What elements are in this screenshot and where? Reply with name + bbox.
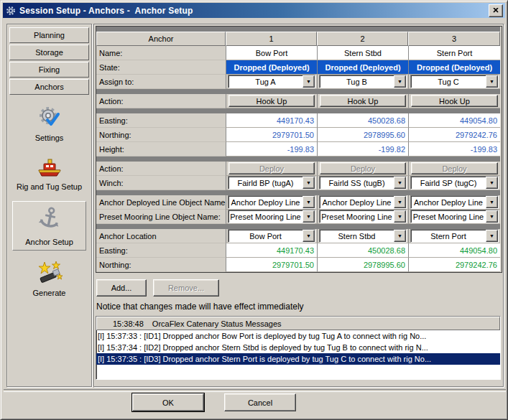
- chevron-down-icon[interactable]: ▼: [303, 210, 315, 223]
- hook-up-button-1[interactable]: Hook Up: [228, 95, 315, 107]
- sidebar-tab-planning[interactable]: Planning: [9, 27, 89, 43]
- name-value-1[interactable]: Bow Port: [226, 46, 317, 60]
- chevron-down-icon[interactable]: ▼: [486, 75, 498, 88]
- chevron-down-icon[interactable]: ▼: [394, 75, 406, 88]
- winch-select-1[interactable]: Fairld BP (tugA) ▼: [228, 176, 315, 190]
- easting-current-2[interactable]: 450028.68: [317, 113, 408, 128]
- northing-target-2[interactable]: 2978995.60: [317, 258, 408, 272]
- window-title: Session Setup - Anchors - Anchor Setup: [19, 6, 193, 16]
- status-header: 15:38:48 OrcaFlex Catenary Status Messag…: [96, 317, 500, 330]
- chevron-down-icon[interactable]: ▼: [394, 210, 406, 223]
- location-select-3[interactable]: Stern Port ▼: [410, 229, 499, 243]
- northing-current-2[interactable]: 2978995.60: [317, 128, 408, 142]
- hookup-cell-1: Hook Up: [226, 94, 317, 108]
- chevron-down-icon[interactable]: ▼: [394, 196, 406, 208]
- tab-label: Fixing: [39, 65, 60, 74]
- chevron-down-icon[interactable]: ▼: [303, 75, 315, 88]
- deploy-cell-3: Deploy: [408, 162, 500, 176]
- chevron-down-icon[interactable]: ▼: [303, 196, 315, 208]
- northing-current-3[interactable]: 2979242.76: [408, 128, 500, 142]
- state-value-1: Dropped (Deployed): [226, 60, 317, 75]
- generate-stars-icon: [36, 261, 63, 286]
- combo-value: Preset Mooring Line: [320, 210, 394, 223]
- tugboat-icon: [36, 156, 63, 180]
- cancel-button[interactable]: Cancel: [224, 393, 296, 411]
- status-message-row-selected[interactable]: [I] 15:37:35 : [ID3] Dropped anchor Ster…: [96, 353, 500, 365]
- deploy-cell-2: Deploy: [317, 162, 408, 176]
- assign-to-select-3[interactable]: Tug C ▼: [410, 75, 499, 88]
- northing-target-1[interactable]: 2979701.50: [226, 258, 317, 272]
- sidebar-item-settings[interactable]: Settings: [12, 102, 86, 146]
- column-header-3: 3: [408, 32, 500, 46]
- chevron-down-icon[interactable]: ▼: [486, 210, 498, 223]
- sidebar-item-anchor-setup[interactable]: Anchor Setup: [12, 201, 86, 251]
- easting-current-1[interactable]: 449170.43: [226, 113, 317, 128]
- state-value-3: Dropped (Deployed): [408, 60, 500, 75]
- titlebar[interactable]: Session Setup - Anchors - Anchor Setup: [3, 3, 505, 18]
- winch-select-2[interactable]: Fairld SS (tugB) ▼: [319, 176, 407, 190]
- combo-value: Tug A: [228, 75, 303, 88]
- combo-value: Bow Port: [228, 230, 303, 242]
- chevron-down-icon[interactable]: ▼: [486, 196, 498, 208]
- height-3[interactable]: -199.83: [408, 142, 500, 157]
- easting-target-1[interactable]: 449170.43: [226, 243, 317, 258]
- sidebar-tools: Settings Rig and Tug Setup: [7, 102, 91, 301]
- hook-up-button-3[interactable]: Hook Up: [411, 95, 498, 107]
- chevron-down-icon[interactable]: ▼: [303, 177, 315, 189]
- height-2[interactable]: -199.82: [317, 142, 408, 157]
- sidebar-item-generate[interactable]: Generate: [12, 257, 86, 301]
- combo-value: Anchor Deploy Line: [411, 196, 486, 208]
- row-label-assign-to: Assign to:: [96, 75, 226, 89]
- name-value-2[interactable]: Stern Stbd: [317, 46, 408, 60]
- easting-current-3[interactable]: 449054.80: [408, 113, 500, 128]
- chevron-down-icon[interactable]: ▼: [394, 177, 406, 189]
- sidebar-tab-storage[interactable]: Storage: [9, 45, 89, 60]
- status-message-row[interactable]: [I] 15:37:34 : [ID2] Dropped anchor Ster…: [96, 342, 500, 353]
- sidebar-item-label: Settings: [35, 134, 64, 142]
- deployed-line-select-1[interactable]: Anchor Deploy Line ▼: [228, 195, 315, 209]
- close-icon: [493, 8, 499, 13]
- northing-target-3[interactable]: 2979242.76: [408, 258, 500, 272]
- status-message-row[interactable]: [I] 15:37:33 : [ID1] Dropped anchor Bow …: [96, 330, 500, 342]
- chevron-down-icon[interactable]: ▼: [303, 230, 315, 242]
- chevron-down-icon[interactable]: ▼: [486, 230, 498, 242]
- status-message-box[interactable]: 15:38:48 OrcaFlex Catenary Status Messag…: [96, 316, 501, 380]
- anchor-table: Anchor 1 2 3 Name: Bow Port Stern Stbd S…: [96, 26, 502, 273]
- combo-value: Anchor Deploy Line: [228, 196, 303, 208]
- preset-line-select-2[interactable]: Preset Mooring Line ▼: [319, 210, 407, 223]
- height-1[interactable]: -199.83: [226, 142, 317, 157]
- winch-cell-2: Fairld SS (tugB) ▼: [317, 176, 408, 190]
- easting-target-3[interactable]: 449054.80: [408, 243, 500, 258]
- name-value-3[interactable]: Stern Port: [408, 46, 500, 60]
- close-button[interactable]: [489, 4, 503, 17]
- ok-button[interactable]: OK: [132, 393, 204, 411]
- sidebar-tab-fixing[interactable]: Fixing: [9, 62, 89, 78]
- sidebar-item-rig-and-tug-setup[interactable]: Rig and Tug Setup: [12, 152, 86, 195]
- assign-to-select-1[interactable]: Tug A ▼: [228, 75, 315, 88]
- preset-line-select-1[interactable]: Preset Mooring Line ▼: [228, 210, 315, 223]
- main-panel: Anchor 1 2 3 Name: Bow Port Stern Stbd S…: [93, 24, 504, 387]
- combo-value: Preset Mooring Line: [228, 210, 303, 223]
- easting-target-2[interactable]: 450028.68: [317, 243, 408, 258]
- northing-current-1[interactable]: 2979701.50: [226, 128, 317, 142]
- notice-text: Notice that changes made will have effec…: [96, 302, 502, 312]
- anchor-icon: [37, 205, 63, 235]
- add-button[interactable]: Add...: [96, 279, 147, 297]
- sidebar-tab-anchors[interactable]: Anchors: [9, 79, 89, 95]
- deployed-line-select-3[interactable]: Anchor Deploy Line ▼: [410, 195, 499, 209]
- preset-line-select-3[interactable]: Preset Mooring Line ▼: [410, 210, 499, 223]
- winch-select-3[interactable]: Fairld SP (tugC) ▼: [410, 176, 499, 190]
- assign-to-select-2[interactable]: Tug B ▼: [319, 75, 407, 88]
- deployed-line-cell-3: Anchor Deploy Line ▼: [408, 195, 500, 210]
- row-label-easting-current: Easting:: [96, 113, 226, 128]
- location-select-1[interactable]: Bow Port ▼: [228, 229, 315, 243]
- hook-up-button-2[interactable]: Hook Up: [320, 95, 406, 107]
- deployed-line-select-2[interactable]: Anchor Deploy Line ▼: [319, 195, 407, 209]
- section-separator: [96, 190, 500, 195]
- app-gear-icon: [5, 5, 17, 17]
- location-select-2[interactable]: Stern Stbd ▼: [319, 229, 407, 243]
- chevron-down-icon[interactable]: ▼: [394, 230, 406, 242]
- section-separator: [96, 89, 500, 94]
- chevron-down-icon[interactable]: ▼: [486, 177, 498, 189]
- row-label-winch: Winch:: [96, 176, 226, 190]
